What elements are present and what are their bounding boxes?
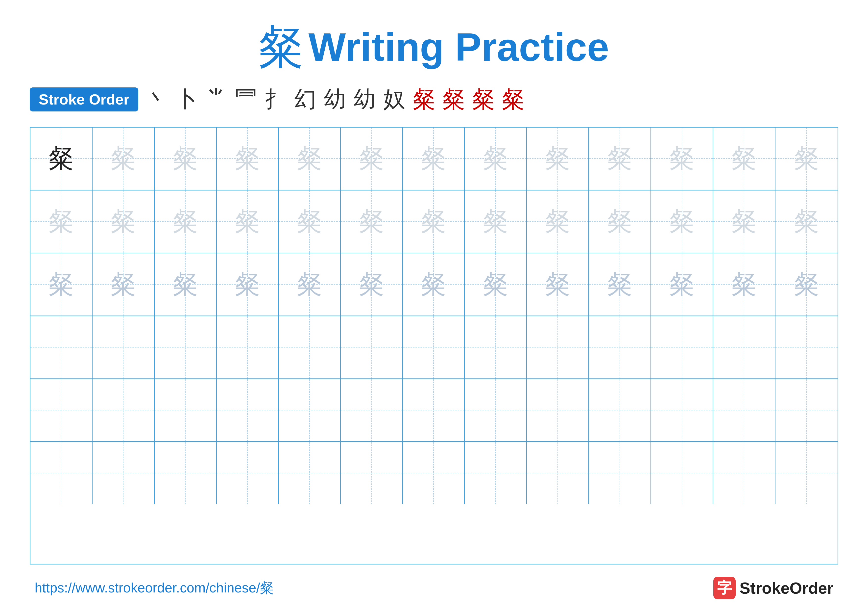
grid-cell-4-9[interactable] [527,316,589,378]
practice-char-light: 粲 [297,142,322,176]
grid-cell-5-11[interactable] [651,379,713,441]
grid-cell-5-8[interactable] [465,379,527,441]
stroke-5: ⺘ [265,84,287,114]
grid-cell-1-10[interactable]: 粲 [589,127,651,190]
practice-char-light: 粲 [483,205,508,238]
grid-cell-6-1[interactable] [31,442,93,504]
grid-cell-1-11[interactable]: 粲 [651,127,713,190]
grid-cell-6-7[interactable] [403,442,465,504]
grid-cell-2-5[interactable]: 粲 [279,190,341,253]
grid-cell-5-6[interactable] [341,379,403,441]
practice-char-medium: 粲 [359,268,384,301]
grid-cell-3-2[interactable]: 粲 [93,253,155,316]
grid-cell-4-8[interactable] [465,316,527,378]
grid-cell-2-10[interactable]: 粲 [589,190,651,253]
grid-cell-1-12[interactable]: 粲 [713,127,775,190]
grid-cell-6-13[interactable] [775,442,837,504]
grid-cell-5-10[interactable] [589,379,651,441]
grid-cell-6-11[interactable] [651,442,713,504]
grid-cell-2-3[interactable]: 粲 [155,190,217,253]
grid-cell-5-3[interactable] [155,379,217,441]
grid-cell-1-9[interactable]: 粲 [527,127,589,190]
grid-cell-1-3[interactable]: 粲 [155,127,217,190]
practice-char-light: 粲 [483,142,508,176]
grid-cell-5-12[interactable] [713,379,775,441]
grid-cell-4-13[interactable] [775,316,837,378]
grid-cell-2-11[interactable]: 粲 [651,190,713,253]
practice-char-dark: 粲 [49,142,73,176]
grid-cell-6-8[interactable] [465,442,527,504]
practice-char-light: 粲 [235,142,260,176]
grid-cell-1-4[interactable]: 粲 [217,127,279,190]
grid-cell-6-9[interactable] [527,442,589,504]
grid-cell-6-3[interactable] [155,442,217,504]
grid-cell-2-6[interactable]: 粲 [341,190,403,253]
grid-cell-6-4[interactable] [217,442,279,504]
grid-cell-3-9[interactable]: 粲 [527,253,589,316]
grid-cell-1-1[interactable]: 粲 [31,127,93,190]
grid-cell-3-13[interactable]: 粲 [775,253,837,316]
grid-cell-4-2[interactable] [93,316,155,378]
practice-char-light: 粲 [421,142,446,176]
footer-url[interactable]: https://www.strokeorder.com/chinese/粲 [35,579,274,597]
grid-cell-5-4[interactable] [217,379,279,441]
practice-char-medium: 粲 [608,268,632,301]
grid-cell-1-2[interactable]: 粲 [93,127,155,190]
grid-cell-1-13[interactable]: 粲 [775,127,837,190]
grid-cell-3-5[interactable]: 粲 [279,253,341,316]
grid-cell-3-6[interactable]: 粲 [341,253,403,316]
grid-cell-5-5[interactable] [279,379,341,441]
grid-cell-4-4[interactable] [217,316,279,378]
grid-cell-3-7[interactable]: 粲 [403,253,465,316]
grid-cell-2-1[interactable]: 粲 [31,190,93,253]
grid-cell-2-2[interactable]: 粲 [93,190,155,253]
grid-cell-3-11[interactable]: 粲 [651,253,713,316]
grid-cell-2-13[interactable]: 粲 [775,190,837,253]
practice-char-light: 粲 [173,142,198,176]
grid-cell-4-7[interactable] [403,316,465,378]
grid-cell-5-2[interactable] [93,379,155,441]
grid-cell-3-10[interactable]: 粲 [589,253,651,316]
title-text: Writing Practice [308,27,609,67]
grid-cell-2-8[interactable]: 粲 [465,190,527,253]
grid-row-5 [31,379,837,442]
grid-cell-3-3[interactable]: 粲 [155,253,217,316]
grid-cell-3-12[interactable]: 粲 [713,253,775,316]
practice-char-light: 粲 [670,205,694,238]
grid-cell-4-3[interactable] [155,316,217,378]
grid-cell-3-8[interactable]: 粲 [465,253,527,316]
grid-cell-6-12[interactable] [713,442,775,504]
grid-cell-5-1[interactable] [31,379,93,441]
grid-cell-2-7[interactable]: 粲 [403,190,465,253]
grid-cell-4-12[interactable] [713,316,775,378]
grid-cell-1-5[interactable]: 粲 [279,127,341,190]
practice-char-light: 粲 [732,205,756,238]
grid-cell-4-6[interactable] [341,316,403,378]
grid-cell-3-4[interactable]: 粲 [217,253,279,316]
grid-cell-4-10[interactable] [589,316,651,378]
page: 粲 Writing Practice Stroke Order 丶 ⼘ ⺌ ⺜ … [0,0,868,614]
grid-cell-5-7[interactable] [403,379,465,441]
stroke-7: 幼 [324,84,346,114]
practice-char-medium: 粲 [670,268,694,301]
grid-cell-6-5[interactable] [279,442,341,504]
practice-char-medium: 粲 [546,268,570,301]
stroke-3: ⺌ [205,84,227,114]
practice-char-medium: 粲 [235,268,260,301]
footer-logo: 字 StrokeOrder [713,577,833,599]
grid-cell-6-10[interactable] [589,442,651,504]
grid-cell-2-9[interactable]: 粲 [527,190,589,253]
grid-cell-1-8[interactable]: 粲 [465,127,527,190]
grid-cell-5-13[interactable] [775,379,837,441]
grid-cell-1-6[interactable]: 粲 [341,127,403,190]
grid-cell-4-1[interactable] [31,316,93,378]
grid-cell-2-4[interactable]: 粲 [217,190,279,253]
grid-cell-6-2[interactable] [93,442,155,504]
grid-cell-1-7[interactable]: 粲 [403,127,465,190]
grid-cell-4-11[interactable] [651,316,713,378]
grid-cell-6-6[interactable] [341,442,403,504]
grid-cell-4-5[interactable] [279,316,341,378]
grid-cell-3-1[interactable]: 粲 [31,253,93,316]
grid-cell-5-9[interactable] [527,379,589,441]
grid-cell-2-12[interactable]: 粲 [713,190,775,253]
